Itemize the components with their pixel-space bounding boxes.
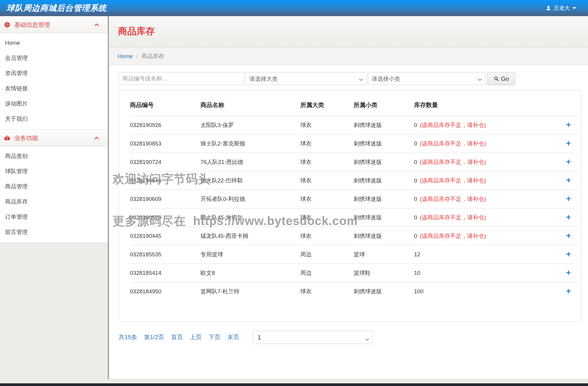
pagination-first-link[interactable]: 首页	[171, 333, 183, 341]
cell-actions: +	[559, 171, 578, 190]
inventory-table: 商品编号 商品名称 所属大类 所属小类 库存数量 0328190926 太阳队3…	[130, 90, 578, 300]
go-button[interactable]: Go	[487, 72, 515, 85]
sidebar-item[interactable]: 商品类别	[0, 148, 108, 164]
table-row: 0328190609 开拓者队0-利拉德 球衣 刺绣球迷版 0 (该商品库存不足…	[130, 190, 578, 208]
table-row: 0328185414 欧文8 周边 篮球鞋 10 +	[130, 264, 578, 282]
add-stock-button[interactable]: +	[566, 120, 571, 129]
sidebar-section-basic-info[interactable]: 基础信息管理	[0, 16, 108, 33]
add-stock-button[interactable]: +	[566, 287, 571, 296]
cell-actions: +	[559, 227, 578, 245]
pagination-page-info: 第1/2页	[144, 333, 164, 341]
user-menu[interactable]: 王老大	[546, 4, 576, 12]
sidebar-item[interactable]: 友情链接	[0, 81, 108, 96]
cell-product-name: 篮网队7-杜兰特	[200, 282, 300, 301]
cell-product-id: 0328190926	[130, 116, 200, 134]
add-stock-button[interactable]: +	[566, 250, 571, 259]
cell-stock: 0 (该商品库存不足，请补仓)	[414, 227, 559, 245]
table-row: 0328185535 专用篮球 周边 篮球 12 +	[130, 245, 578, 264]
pagination-prev-link[interactable]: 上页	[190, 333, 202, 341]
sidebar-item[interactable]: 关于我们	[0, 111, 108, 126]
sidebar-item[interactable]: 商品管理	[0, 179, 108, 194]
sidebar-section-label: 基础信息管理	[14, 21, 94, 29]
caret-down-icon	[573, 7, 576, 9]
sidebar-item[interactable]: Home	[0, 35, 108, 50]
cell-stock: 0 (该商品库存不足，请补仓)	[414, 171, 559, 190]
sidebar-item[interactable]: 会员管理	[0, 50, 108, 66]
inventory-panel: 商品编号 商品名称 所属大类 所属小类 库存数量 0328190926 太阳队3…	[119, 90, 581, 322]
content-area: 请选择大类 请选择小类 Go	[110, 65, 588, 344]
add-stock-button[interactable]: +	[566, 194, 571, 203]
cell-category: 球衣	[300, 282, 354, 301]
cell-actions: +	[559, 134, 578, 153]
add-stock-button[interactable]: +	[566, 268, 571, 277]
cell-actions: +	[559, 116, 578, 134]
sidebar-item[interactable]: 球队管理	[0, 164, 108, 179]
cell-stock: 0 (该商品库存不足，请补仓)	[414, 208, 559, 227]
breadcrumb-home-link[interactable]: Home	[118, 53, 133, 60]
sidebar-section-label: 业务功能	[14, 134, 94, 142]
cell-product-id: 0328184950	[130, 282, 200, 301]
cell-actions: +	[559, 245, 578, 264]
col-product-name: 商品名称	[200, 90, 300, 116]
cell-category: 球衣	[300, 134, 354, 153]
sidebar-section-business[interactable]: 业务功能	[0, 129, 108, 147]
cell-subcategory: 刺绣球迷版	[354, 116, 414, 134]
cell-actions: +	[559, 282, 578, 301]
cell-product-name: 骑士队2-塞克斯顿	[200, 134, 300, 153]
page-select[interactable]: 1	[253, 331, 373, 344]
breadcrumb-current: 商品库存	[141, 52, 164, 60]
cell-product-id: 0328190445	[130, 227, 200, 245]
col-product-id: 商品编号	[130, 90, 200, 116]
sidebar-item[interactable]: 商品库存	[0, 194, 108, 209]
cell-stock: 0 (该商品库存不足，请补仓)	[414, 153, 559, 171]
col-subcategory: 所属小类	[354, 90, 414, 116]
cell-category: 球衣	[300, 116, 354, 134]
cell-subcategory: 刺绣球迷版	[354, 134, 414, 153]
footer-bar	[0, 383, 588, 386]
pagination-next-link[interactable]: 下页	[209, 333, 220, 341]
cell-category: 周边	[300, 245, 354, 264]
cell-product-name: 76人队21-恩比德	[200, 153, 300, 171]
cell-product-id: 0328190529	[130, 208, 200, 227]
cell-category: 球衣	[300, 227, 354, 245]
cell-product-name: 专用篮球	[200, 245, 300, 264]
add-stock-button[interactable]: +	[566, 157, 571, 166]
category-select[interactable]: 请选择大类	[245, 72, 367, 85]
cell-subcategory: 刺绣球迷版	[354, 282, 414, 301]
cell-category: 球衣	[300, 190, 354, 208]
user-icon	[546, 5, 551, 11]
add-stock-button[interactable]: +	[566, 139, 571, 148]
add-stock-button[interactable]: +	[566, 213, 571, 222]
add-stock-button[interactable]: +	[566, 231, 571, 240]
category-select-wrap: 请选择大类	[245, 72, 367, 85]
go-button-label: Go	[501, 75, 509, 82]
cell-product-name: 猛龙队45-西亚卡姆	[200, 227, 300, 245]
sidebar-items-basic: Home会员管理资讯管理友情链接滚动图片关于我们	[0, 33, 108, 129]
cell-actions: +	[559, 190, 578, 208]
add-stock-button[interactable]: +	[566, 176, 571, 185]
subcategory-select[interactable]: 请选择小类	[368, 72, 486, 85]
cell-product-name: 欧文8	[200, 264, 300, 282]
col-category: 所属大类	[300, 90, 354, 116]
cell-product-id: 0328190853	[130, 134, 200, 153]
search-input[interactable]	[119, 72, 244, 85]
sidebar-item[interactable]: 滚动图片	[0, 96, 108, 111]
subcategory-select-wrap: 请选择小类	[368, 72, 486, 85]
app-title: 球队周边商城后台管理系统	[7, 3, 107, 13]
cell-actions: +	[559, 208, 578, 227]
table-row: 0328190926 太阳队3-保罗 球衣 刺绣球迷版 0 (该商品库存不足，请…	[130, 116, 578, 134]
table-row: 0328184950 篮网队7-杜兰特 球衣 刺绣球迷版 100 +	[130, 282, 578, 301]
cell-category: 球衣	[300, 171, 354, 190]
cell-actions: +	[559, 264, 578, 282]
sidebar-item[interactable]: 订单管理	[0, 209, 108, 224]
breadcrumb: Home / 商品库存	[110, 48, 588, 65]
table-header-row: 商品编号 商品名称 所属大类 所属小类 库存数量	[130, 90, 578, 116]
cell-product-name: 太阳队3-保罗	[200, 116, 300, 134]
cell-category: 球衣	[300, 208, 354, 227]
chevron-up-icon	[94, 137, 99, 139]
search-bar: 请选择大类 请选择小类 Go	[119, 72, 580, 85]
sidebar-item[interactable]: 留言管理	[0, 224, 108, 240]
pagination-last-link[interactable]: 末页	[227, 333, 239, 341]
sidebar-item[interactable]: 资讯管理	[0, 66, 108, 81]
cell-subcategory: 篮球	[354, 245, 414, 264]
